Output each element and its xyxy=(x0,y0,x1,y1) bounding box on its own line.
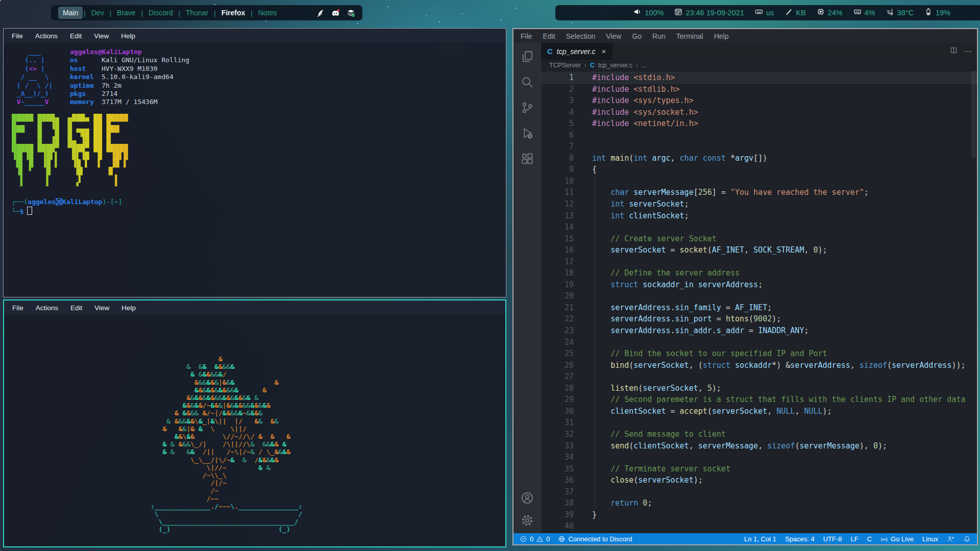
menu-item-view[interactable]: View xyxy=(94,32,109,40)
line-number[interactable]: 11 xyxy=(541,187,574,198)
code-line-3[interactable]: 3#include <sys/types.h> xyxy=(541,95,977,107)
workspace-main[interactable]: Main xyxy=(58,7,83,19)
code-line-19[interactable]: 19 struct sockaddr_in serverAddress; xyxy=(541,279,977,291)
line-number[interactable]: 7 xyxy=(541,141,574,153)
line-number[interactable]: 17 xyxy=(541,256,574,268)
code-line-8[interactable]: 8int main(int argc, char const *argv[]) xyxy=(541,153,977,164)
line-number[interactable]: 26 xyxy=(541,360,574,371)
line-number[interactable]: 10 xyxy=(541,176,574,187)
menu-item-edit[interactable]: Edit xyxy=(70,32,82,40)
more-actions-icon[interactable]: ⋯ xyxy=(964,46,972,56)
code-line-24[interactable]: 24 xyxy=(541,337,977,348)
line-number[interactable]: 25 xyxy=(541,348,574,360)
line-number[interactable]: 6 xyxy=(541,130,574,141)
quill-icon[interactable] xyxy=(316,9,325,17)
code-line-1[interactable]: 1#include <stdio.h> xyxy=(541,72,977,84)
code-line-5[interactable]: 5#include <netinet/in.h> xyxy=(541,118,977,130)
status-lf[interactable]: LF xyxy=(851,535,859,543)
line-number[interactable]: 12 xyxy=(541,198,574,210)
code-line-26[interactable]: 26 bind(serverSocket, (struct sockaddr*)… xyxy=(541,360,977,371)
workspace-brave[interactable]: Brave xyxy=(112,7,140,19)
line-number[interactable]: 22 xyxy=(541,313,574,325)
breadcrumb[interactable]: TCPServer › C tcp_server.c › ... xyxy=(541,60,977,71)
code-line-14[interactable]: 14 xyxy=(541,221,977,233)
code-line-11[interactable]: 11 char serverMessage[256] = "You have r… xyxy=(541,187,977,198)
code-line-4[interactable]: 4#include <sys/socket.h> xyxy=(541,107,977,118)
line-number[interactable]: 23 xyxy=(541,325,574,337)
code-line-10[interactable]: 10 xyxy=(541,176,977,187)
code-line-25[interactable]: 25 // Bind the socket to our specified I… xyxy=(541,348,977,360)
code-line-17[interactable]: 17 xyxy=(541,256,977,268)
editor-scrollbar[interactable] xyxy=(971,71,976,158)
source-control-icon[interactable] xyxy=(521,101,534,114)
remote-status[interactable]: Connected to Discord xyxy=(558,535,632,543)
vscode-menu-file[interactable]: File xyxy=(521,32,532,40)
code-line-2[interactable]: 2#include <stdlib.h> xyxy=(541,84,977,95)
line-number[interactable]: 1 xyxy=(541,72,574,84)
code-line-7[interactable]: 7 xyxy=(541,141,977,153)
vscode-menu-terminal[interactable]: Terminal xyxy=(676,32,703,40)
terminal1-content[interactable]: ___ (.. | (<> | / __ \ ( / \ /| _Λ__)/_)… xyxy=(4,43,506,216)
code-line-32[interactable]: 32 // Send message to client xyxy=(541,429,977,440)
code-line-20[interactable]: 20 xyxy=(541,290,977,302)
line-number[interactable]: 9 xyxy=(541,164,574,176)
line-number[interactable]: 4 xyxy=(541,107,574,118)
account-icon[interactable] xyxy=(521,491,534,505)
code-line-29[interactable]: 29 // Second paremeter is a struct that … xyxy=(541,394,977,406)
code-line-35[interactable]: 35 // Terminate server socket xyxy=(541,463,977,475)
code-line-30[interactable]: 30 clientSocket = accept(serverSocket, N… xyxy=(541,406,977,417)
menu-item-actions[interactable]: Actions xyxy=(36,304,58,312)
terminal-window-neofetch[interactable]: FileActionsEditViewHelp ___ (.. | (<> | … xyxy=(3,28,506,297)
line-number[interactable]: 21 xyxy=(541,302,574,314)
settings-gear-icon[interactable] xyxy=(521,514,534,527)
explorer-icon[interactable] xyxy=(521,50,534,63)
line-number[interactable]: 18 xyxy=(541,267,574,279)
code-line-40[interactable]: 40 xyxy=(541,520,977,532)
line-number[interactable]: 5 xyxy=(541,118,574,130)
search-icon[interactable] xyxy=(521,76,534,89)
vscode-menu-view[interactable]: View xyxy=(606,32,621,40)
vscode-menu-edit[interactable]: Edit xyxy=(543,32,555,40)
code-line-39[interactable]: 39} xyxy=(541,509,977,521)
status-go-live[interactable]: Go Live xyxy=(880,535,914,543)
menu-item-help[interactable]: Help xyxy=(121,304,136,312)
line-number[interactable]: 39 xyxy=(541,509,574,521)
code-line-18[interactable]: 18 // Define the server address xyxy=(541,267,977,279)
code-line-31[interactable]: 31 xyxy=(541,417,977,429)
workspace-firefox[interactable]: Firefox xyxy=(217,7,250,19)
network-icon[interactable] xyxy=(347,9,355,17)
line-number[interactable]: 32 xyxy=(541,429,574,440)
code-line-33[interactable]: 33 send(clientSocket, serverMessage, siz… xyxy=(541,440,977,452)
code-editor[interactable]: 1#include <stdio.h>2#include <stdlib.h>3… xyxy=(541,71,977,533)
vscode-window[interactable]: FileEditSelectionViewGoRunTerminalHelp C… xyxy=(512,28,978,545)
line-number[interactable]: 2 xyxy=(541,84,574,95)
code-line-9[interactable]: 9{ xyxy=(541,164,977,176)
line-number[interactable]: 31 xyxy=(541,417,574,429)
code-line-21[interactable]: 21 serverAddress.sin_family = AF_INET; xyxy=(541,302,977,314)
line-number[interactable]: 40 xyxy=(541,520,574,532)
line-number[interactable]: 14 xyxy=(541,221,574,233)
feedback-icon[interactable] xyxy=(947,535,954,543)
code-line-37[interactable]: 37 xyxy=(541,486,977,498)
tab-close-icon[interactable]: × xyxy=(602,47,606,56)
menu-item-file[interactable]: File xyxy=(12,304,23,312)
menu-item-file[interactable]: File xyxy=(12,32,23,40)
workspace-discord[interactable]: Discord xyxy=(144,7,177,19)
line-number[interactable]: 33 xyxy=(541,440,574,452)
menu-item-actions[interactable]: Actions xyxy=(35,32,58,40)
line-number[interactable]: 27 xyxy=(541,371,574,383)
workspace-thunar[interactable]: Thunar xyxy=(181,7,213,19)
line-number[interactable]: 35 xyxy=(541,463,574,475)
vscode-menu-run[interactable]: Run xyxy=(652,32,666,40)
line-number[interactable]: 30 xyxy=(541,406,574,417)
status-c[interactable]: C xyxy=(867,535,872,543)
menu-item-help[interactable]: Help xyxy=(121,32,135,40)
breadcrumb-folder[interactable]: TCPServer xyxy=(549,62,581,69)
code-line-13[interactable]: 13 int clientSocket; xyxy=(541,210,977,222)
code-line-23[interactable]: 23 serverAddress.sin_addr.s_addr = INADD… xyxy=(541,325,977,337)
breadcrumb-file[interactable]: tcp_server.c xyxy=(598,62,632,69)
line-number[interactable]: 37 xyxy=(541,486,574,498)
line-number[interactable]: 36 xyxy=(541,474,574,486)
line-number[interactable]: 29 xyxy=(541,394,574,406)
workspace-notes[interactable]: Notes xyxy=(254,7,282,19)
